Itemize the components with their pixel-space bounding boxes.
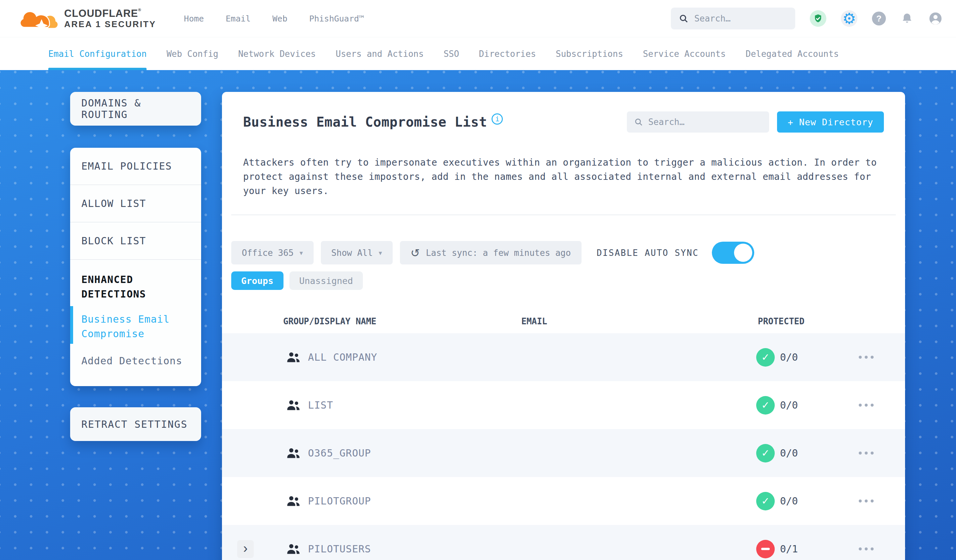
group-name: ALL COMPANY xyxy=(308,351,521,363)
settings-gear-icon[interactable]: ⚙ xyxy=(841,10,857,27)
sidebar: DOMAINS & ROUTING EMAIL POLICIES ALLOW L… xyxy=(70,92,201,441)
protected-check-icon: ✓ xyxy=(756,492,775,510)
top-nav: Home Email Web PhishGuard™ xyxy=(184,14,364,24)
tab-email-configuration[interactable]: Email Configuration xyxy=(48,38,146,70)
new-directory-button[interactable]: + New Directory xyxy=(777,111,884,133)
sidebar-item-email-policies[interactable]: EMAIL POLICIES xyxy=(70,148,201,185)
sidebar-item-business-email-compromise[interactable]: Business Email Compromise xyxy=(70,305,201,345)
list-search-input[interactable] xyxy=(648,117,762,127)
sidebar-item-retract-settings[interactable]: RETRACT SETTINGS xyxy=(70,407,201,441)
tab-unassigned[interactable]: Unassigned xyxy=(289,271,363,290)
group-users-icon xyxy=(286,543,301,555)
top-nav-web[interactable]: Web xyxy=(273,14,288,24)
tab-delegated-accounts[interactable]: Delegated Accounts xyxy=(745,38,839,70)
table-row[interactable]: LIST ✓ 0/0 xyxy=(222,381,905,429)
protected-count: 0/1 xyxy=(780,543,798,555)
toggle-knob xyxy=(734,244,752,262)
help-icon[interactable]: ? xyxy=(872,12,886,25)
row-menu-icon[interactable] xyxy=(859,496,905,506)
sync-refresh-icon[interactable]: ↺ xyxy=(410,247,420,259)
table-row[interactable]: › PILOTUSERS 0/1 xyxy=(222,525,905,560)
table-header: GROUP/DISPLAY NAME EMAIL PROTECTED xyxy=(222,309,905,333)
row-menu-icon[interactable] xyxy=(859,544,905,554)
page-title: Business Email Compromise List xyxy=(243,115,487,130)
protected-check-icon: ✓ xyxy=(756,396,775,414)
divider xyxy=(231,215,896,215)
group-users-icon xyxy=(286,351,301,364)
table-row[interactable]: PILOTGROUP ✓ 0/0 xyxy=(222,477,905,525)
account-avatar-icon[interactable] xyxy=(928,11,943,26)
tab-users-and-actions[interactable]: Users and Actions xyxy=(336,38,424,70)
sidebar-item-added-detections[interactable]: Added Detections xyxy=(70,345,201,386)
tab-service-accounts[interactable]: Service Accounts xyxy=(643,38,726,70)
app-header: CLOUDFLARE® AREA 1 SECURITY Home Email W… xyxy=(0,0,956,37)
page-description: Attackers often try to impersonate execu… xyxy=(243,155,884,198)
brand-name: CLOUDFLARE® xyxy=(64,8,156,19)
not-protected-minus-icon xyxy=(756,540,775,558)
col-email: EMAIL xyxy=(521,316,758,326)
group-users-icon xyxy=(286,447,301,460)
protected-check-icon: ✓ xyxy=(756,348,775,367)
top-nav-email[interactable]: Email xyxy=(226,14,250,24)
search-icon xyxy=(679,13,689,24)
protected-count: 0/0 xyxy=(780,399,798,411)
sidebar-item-allow-list[interactable]: ALLOW LIST xyxy=(70,185,201,223)
search-icon xyxy=(634,117,643,127)
list-search[interactable] xyxy=(627,111,769,133)
tab-subscriptions[interactable]: Subscriptions xyxy=(556,38,623,70)
sidebar-item-domains-routing[interactable]: DOMAINS & ROUTING xyxy=(70,92,201,125)
directory-select[interactable]: Office 365 ▾ xyxy=(231,241,314,265)
brand-subtitle: AREA 1 SECURITY xyxy=(64,19,156,29)
main-card: Business Email Compromise List i + New D… xyxy=(222,92,905,560)
tab-network-devices[interactable]: Network Devices xyxy=(238,38,316,70)
security-shield-check-icon[interactable] xyxy=(810,10,826,27)
group-users-icon xyxy=(286,399,301,412)
col-group-display-name: GROUP/DISPLAY NAME xyxy=(283,316,521,326)
auto-sync-label: DISABLE AUTO SYNC xyxy=(597,248,699,258)
table-row[interactable]: ALL COMPANY ✓ 0/0 xyxy=(222,333,905,381)
registered-mark: ® xyxy=(138,8,142,12)
col-protected: PROTECTED xyxy=(758,316,905,326)
top-nav-phishguard[interactable]: PhishGuard™ xyxy=(309,14,364,24)
protected-count: 0/0 xyxy=(780,351,798,363)
cloudflare-cloud-icon xyxy=(19,5,60,32)
info-icon[interactable]: i xyxy=(492,113,503,125)
protected-check-icon: ✓ xyxy=(756,444,775,463)
row-menu-icon[interactable] xyxy=(859,400,905,410)
secondary-nav: Email Configuration Web Config Network D… xyxy=(0,37,956,70)
protected-count: 0/0 xyxy=(780,495,798,507)
sidebar-card-email-policies: EMAIL POLICIES ALLOW LIST BLOCK LIST ENH… xyxy=(70,148,201,386)
chevron-down-icon: ▾ xyxy=(379,249,382,257)
last-sync-status: ↺ Last sync: a few minutes ago xyxy=(400,241,582,265)
show-filter-select[interactable]: Show All ▾ xyxy=(321,241,393,265)
chevron-down-icon: ▾ xyxy=(300,249,303,257)
group-name: O365_GROUP xyxy=(308,447,521,459)
group-name: PILOTUSERS xyxy=(308,543,521,555)
row-menu-icon[interactable] xyxy=(859,352,905,362)
expand-row-button[interactable]: › xyxy=(237,540,254,558)
auto-sync-toggle[interactable] xyxy=(712,242,754,264)
row-menu-icon[interactable] xyxy=(859,448,905,458)
sidebar-item-enhanced-detections[interactable]: ENHANCED DETECTIONS xyxy=(70,260,201,305)
top-nav-home[interactable]: Home xyxy=(184,14,204,24)
tab-groups[interactable]: Groups xyxy=(231,271,283,290)
groups-table: GROUP/DISPLAY NAME EMAIL PROTECTED ALL C… xyxy=(222,309,905,560)
notifications-bell-icon[interactable] xyxy=(901,12,914,25)
tab-directories[interactable]: Directories xyxy=(479,38,536,70)
workspace: DOMAINS & ROUTING EMAIL POLICIES ALLOW L… xyxy=(0,70,956,560)
tab-web-config[interactable]: Web Config xyxy=(167,38,219,70)
shield-icon xyxy=(813,14,823,24)
global-search[interactable] xyxy=(671,8,795,30)
group-users-icon xyxy=(286,495,301,507)
protected-count: 0/0 xyxy=(780,447,798,459)
group-name: PILOTGROUP xyxy=(308,495,521,507)
group-name: LIST xyxy=(308,399,521,411)
table-row[interactable]: O365_GROUP ✓ 0/0 xyxy=(222,429,905,477)
tab-sso[interactable]: SSO xyxy=(443,38,459,70)
global-search-input[interactable] xyxy=(694,14,787,24)
sidebar-item-block-list[interactable]: BLOCK LIST xyxy=(70,223,201,260)
brand-logo: CLOUDFLARE® AREA 1 SECURITY xyxy=(19,5,156,32)
